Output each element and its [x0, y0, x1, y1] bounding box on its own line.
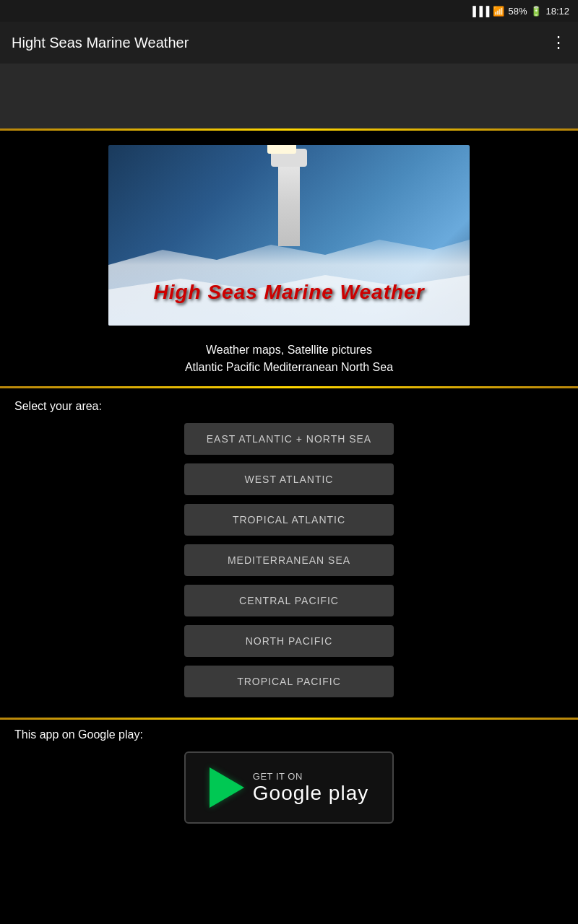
select-area: Select your area: EAST ATLANTIC + NORTH …	[0, 388, 578, 718]
hero-container: High Seas Marine Weather	[0, 131, 578, 334]
signal-icon: ▐▐▐	[470, 6, 490, 17]
status-icons: ▐▐▐ 📶 58% 🔋 18:12	[470, 6, 569, 17]
mediterranean-button[interactable]: MEDITERRANEAN SEA	[184, 544, 394, 576]
subtitle-line1: Weather maps, Satellite pictures	[14, 341, 564, 359]
app-title: Hight Seas Marine Weather	[12, 35, 189, 51]
north-pacific-button[interactable]: NORTH PACIFIC	[184, 625, 394, 657]
area-buttons: EAST ATLANTIC + NORTH SEA WEST ATLANTIC …	[14, 423, 564, 706]
play-icon	[210, 767, 244, 808]
play-small-label: GET IT ON	[253, 771, 368, 782]
overflow-menu-icon[interactable]: ⋮	[551, 33, 566, 52]
hero-image: High Seas Marine Weather	[108, 145, 470, 326]
select-label: Select your area:	[14, 400, 564, 413]
subtitle-area: Weather maps, Satellite pictures Atlanti…	[0, 334, 578, 386]
battery-percent: 58%	[508, 6, 527, 17]
central-pacific-button[interactable]: CENTRAL PACIFIC	[184, 585, 394, 616]
play-label: This app on Google play:	[14, 728, 564, 741]
battery-icon: 🔋	[530, 6, 542, 17]
east-atlantic-button[interactable]: EAST ATLANTIC + NORTH SEA	[184, 423, 394, 455]
tropical-pacific-button[interactable]: TROPICAL PACIFIC	[184, 666, 394, 697]
tropical-atlantic-button[interactable]: TROPICAL ATLANTIC	[184, 504, 394, 536]
google-play-button[interactable]: GET IT ON Google play	[184, 751, 394, 824]
hero-title: High Seas Marine Weather	[108, 281, 470, 304]
play-badge-container: GET IT ON Google play	[14, 751, 564, 824]
play-big-label: Google play	[253, 782, 368, 805]
play-section: This app on Google play: GET IT ON Googl…	[0, 720, 578, 838]
lighthouse	[278, 160, 300, 246]
app-bar: Hight Seas Marine Weather ⋮	[0, 22, 578, 64]
lighthouse-top	[271, 149, 307, 167]
west-atlantic-button[interactable]: WEST ATLANTIC	[184, 463, 394, 495]
subtitle-line2: Atlantic Pacific Mediterranean North Sea	[14, 359, 564, 376]
lighthouse-light	[267, 145, 296, 154]
wifi-icon: 📶	[493, 6, 504, 17]
play-text-area: GET IT ON Google play	[253, 771, 368, 805]
clock: 18:12	[545, 6, 569, 17]
status-bar: ▐▐▐ 📶 58% 🔋 18:12	[0, 0, 578, 22]
ad-banner	[0, 64, 578, 128]
